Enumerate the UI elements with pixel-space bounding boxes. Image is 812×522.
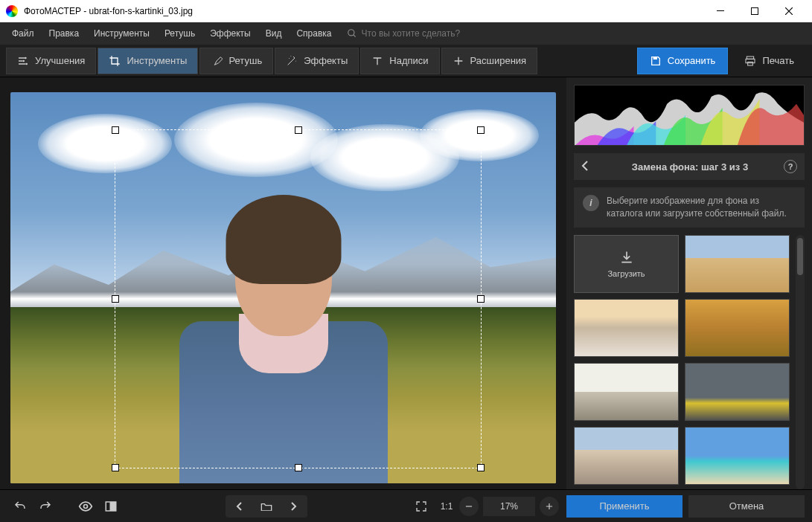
redo-button[interactable]	[33, 495, 58, 518]
close-button[interactable]	[772, 0, 806, 22]
svg-point-3	[25, 57, 27, 59]
bg-tile-interior[interactable]	[574, 363, 679, 421]
crop-handle-bm[interactable]	[295, 464, 302, 471]
step-back-button[interactable]	[581, 161, 589, 173]
bg-tile-desert[interactable]	[685, 235, 790, 293]
svg-rect-12	[112, 502, 116, 511]
save-button[interactable]: Сохранить	[637, 48, 729, 74]
cancel-button[interactable]: Отмена	[688, 495, 805, 518]
wand-icon	[286, 55, 298, 67]
bg-tile-city-street[interactable]	[685, 363, 790, 421]
brush-icon	[211, 55, 223, 67]
crop-handle-mr[interactable]	[477, 295, 485, 303]
image-canvas[interactable]	[10, 92, 556, 483]
menu-view[interactable]: Вид	[260, 25, 288, 42]
search-icon	[347, 28, 357, 39]
crop-handle-tm[interactable]	[295, 126, 302, 134]
tab-tools[interactable]: Инструменты	[97, 48, 198, 74]
info-text: Выберите изображение для фона из каталог…	[607, 195, 796, 220]
zoom-level[interactable]: 17%	[483, 497, 535, 516]
download-icon	[619, 250, 634, 265]
nav-next-button[interactable]	[281, 497, 306, 516]
tab-effects[interactable]: Эффекты	[275, 48, 359, 74]
actual-size-button[interactable]: 1:1	[434, 495, 459, 518]
save-icon	[650, 55, 662, 67]
menu-retouch[interactable]: Ретушь	[159, 25, 201, 42]
titlebar: ФотоМАСТЕР - ubrat-fon-s-kartinki_03.jpg	[0, 0, 812, 22]
maximize-button[interactable]	[738, 0, 772, 22]
bg-tile-beach[interactable]	[685, 427, 790, 485]
toolbar: Улучшения Инструменты Ретушь Эффекты Над…	[0, 45, 812, 77]
svg-rect-8	[746, 59, 755, 62]
bg-tile-autumn-forest[interactable]	[685, 299, 790, 357]
menu-effects[interactable]: Эффекты	[204, 25, 257, 42]
zoom-in-button[interactable]	[540, 497, 559, 516]
svg-rect-1	[752, 8, 758, 15]
svg-rect-0	[717, 10, 724, 11]
help-button[interactable]: ?	[784, 160, 797, 173]
svg-point-4	[22, 59, 25, 62]
menu-file[interactable]: Файл	[6, 25, 40, 42]
tab-extensions[interactable]: Расширения	[441, 48, 538, 74]
svg-rect-6	[653, 57, 656, 59]
side-panel: Замена фона: шаг 3 из 3 ? i Выберите изо…	[566, 77, 812, 489]
svg-point-2	[348, 30, 354, 36]
menu-search	[347, 28, 496, 39]
background-catalog: Загрузить	[574, 235, 805, 489]
crop-handle-ml[interactable]	[112, 295, 119, 303]
menu-help[interactable]: Справка	[290, 25, 337, 42]
step-header: Замена фона: шаг 3 из 3 ?	[574, 153, 805, 180]
crop-handle-tl[interactable]	[112, 126, 119, 134]
tab-text[interactable]: Надписи	[360, 48, 439, 74]
undo-button[interactable]	[7, 495, 33, 518]
crop-selection[interactable]	[115, 129, 482, 468]
bg-tile-european-town[interactable]	[574, 427, 679, 485]
minimize-button[interactable]	[703, 0, 738, 22]
step-title: Замена фона: шаг 3 из 3	[596, 161, 784, 173]
bg-tile-winter-road[interactable]	[574, 299, 679, 357]
menubar: Файл Правка Инструменты Ретушь Эффекты В…	[0, 22, 812, 45]
bottom-bar: 1:1 17% Применить Отмена	[0, 489, 812, 522]
menu-edit[interactable]: Правка	[43, 25, 86, 42]
window-title: ФотоМАСТЕР - ubrat-fon-s-kartinki_03.jpg	[24, 6, 193, 16]
scrollbar-thumb[interactable]	[797, 238, 803, 275]
nav-open-button[interactable]	[254, 497, 279, 516]
fit-screen-button[interactable]	[409, 495, 434, 518]
crop-icon	[109, 55, 121, 67]
apply-button[interactable]: Применить	[566, 495, 682, 518]
sliders-icon	[17, 55, 29, 67]
svg-point-5	[25, 62, 28, 65]
plus-icon	[453, 55, 464, 67]
crop-handle-br[interactable]	[477, 464, 485, 471]
menu-tools[interactable]: Инструменты	[88, 25, 156, 42]
tab-enhance[interactable]: Улучшения	[6, 48, 96, 74]
preview-button[interactable]	[73, 495, 98, 518]
svg-rect-9	[748, 62, 753, 65]
crop-handle-bl[interactable]	[112, 464, 119, 471]
compare-button[interactable]	[98, 495, 124, 518]
histogram	[574, 85, 805, 146]
info-box: i Выберите изображение для фона из катал…	[574, 187, 805, 228]
text-icon	[371, 55, 383, 67]
svg-point-10	[84, 504, 88, 508]
nav-prev-button[interactable]	[227, 497, 252, 516]
zoom-out-button[interactable]	[459, 497, 479, 516]
info-icon: i	[583, 195, 599, 211]
search-input[interactable]	[362, 28, 496, 39]
app-logo-icon	[6, 5, 18, 17]
print-button[interactable]: Печать	[732, 48, 806, 74]
catalog-scrollbar[interactable]	[796, 235, 805, 489]
nav-cluster	[226, 495, 307, 518]
upload-background-button[interactable]: Загрузить	[574, 235, 679, 293]
crop-handle-tr[interactable]	[477, 126, 485, 134]
canvas-area	[0, 77, 566, 489]
tab-retouch[interactable]: Ретушь	[199, 48, 273, 74]
print-icon	[744, 55, 756, 67]
svg-rect-11	[106, 502, 110, 511]
